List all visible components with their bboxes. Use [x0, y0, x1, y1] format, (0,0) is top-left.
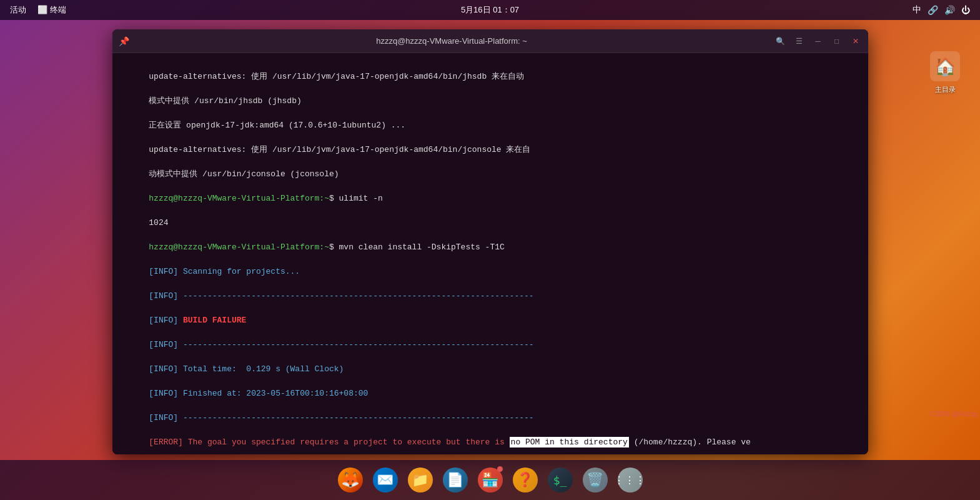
power-icon[interactable]: ⏻: [961, 5, 970, 15]
menu-button[interactable]: ☰: [793, 35, 806, 48]
activity-label[interactable]: 活动: [10, 4, 26, 16]
line-info-1: [INFO] Scanning for projects...: [149, 267, 300, 276]
terminal-titlebar: 📌 hzzzq@hzzzq-VMware-Virtual-Platform: ~…: [112, 29, 868, 53]
top-bar-left: 活动 ⬜ 终端: [10, 4, 66, 16]
line-5: 动模式中提供 /usr/bin/jconsole (jconsole): [149, 169, 339, 179]
taskbar-grid[interactable]: ⋮⋮⋮: [614, 464, 646, 496]
line-3: 正在设置 openjdk-17-jdk:amd64 (17.0.6+10-1ub…: [149, 121, 405, 130]
search-button[interactable]: 🔍: [775, 35, 787, 48]
trash-icon: 🗑️: [583, 468, 608, 492]
taskbar-help[interactable]: ❓: [509, 464, 542, 496]
line-1: update-alternatives: 使用 /usr/lib/jvm/jav…: [149, 72, 524, 81]
line-info-3: [INFO] ---------------------------------…: [149, 340, 533, 349]
terminal-window: 📌 hzzzq@hzzzq-VMware-Virtual-Platform: ~…: [112, 29, 868, 454]
taskbar-thunderbird[interactable]: ✉️: [369, 464, 402, 496]
grid-icon: ⋮⋮⋮: [618, 468, 643, 492]
build-failure-text: BUILD FAILURE: [183, 316, 246, 325]
taskbar-terminal[interactable]: $_: [544, 464, 577, 496]
taskbar: 🦊 ✉️ 📁 📄 🏪 ❓ $_ 🗑️ ⋮⋮⋮: [0, 460, 980, 500]
terminal-body[interactable]: update-alternatives: 使用 /usr/lib/jvm/jav…: [112, 53, 868, 454]
taskbar-appstore[interactable]: 🏪: [474, 464, 507, 496]
csdn-badge: CSDN @Hzzzq: [930, 410, 978, 418]
cmd-1: $ ulimit -n: [329, 194, 383, 203]
line-6: 1024: [149, 218, 168, 228]
lang-icon[interactable]: 中: [913, 4, 921, 16]
no-pom-highlight: no POM in this directory: [510, 437, 629, 448]
top-bar-right: 中 🔗 🔊 ⏻: [913, 4, 970, 16]
cmd-2: $ mvn clean install -DskipTests -T1C: [329, 242, 505, 252]
titlebar-left: 📌: [119, 36, 129, 46]
prompt-1: hzzzq@hzzzq-VMware-Virtual-Platform:~: [149, 194, 329, 203]
top-bar: 活动 ⬜ 终端 5月16日 01：07 中 🔗 🔊 ⏻: [0, 0, 980, 20]
minimize-button[interactable]: ─: [812, 35, 824, 48]
line-4: update-alternatives: 使用 /usr/lib/jvm/jav…: [149, 145, 530, 154]
taskbar-trash[interactable]: 🗑️: [579, 464, 611, 496]
writer-icon: 📄: [443, 468, 468, 492]
line-info-2: [INFO] ---------------------------------…: [149, 291, 533, 301]
appstore-notification-dot: [497, 466, 503, 472]
terminal-pin-icon: 📌: [119, 36, 129, 46]
files-icon: 📁: [408, 468, 433, 492]
firefox-icon: 🦊: [338, 468, 363, 492]
terminal-app-label[interactable]: ⬜ 终端: [37, 4, 66, 16]
volume-icon[interactable]: 🔊: [944, 5, 955, 15]
terminal-title: hzzzq@hzzzq-VMware-Virtual-Platform: ~: [129, 36, 775, 46]
line-error-1b: (/home/hzzzq). Please ve: [629, 438, 751, 447]
top-bar-datetime: 5月16日 01：07: [461, 4, 519, 16]
help-icon: ❓: [513, 468, 538, 492]
thunderbird-icon: ✉️: [373, 468, 398, 492]
line-info-6: [INFO] ---------------------------------…: [149, 413, 533, 422]
home-label: 主目录: [935, 85, 956, 94]
taskbar-firefox[interactable]: 🦊: [334, 464, 367, 496]
line-info-4: [INFO] Total time: 0.129 s (Wall Clock): [149, 364, 344, 374]
home-shortcut[interactable]: 🏠 主目录: [923, 51, 968, 94]
network-icon[interactable]: 🔗: [928, 5, 938, 15]
home-icon: 🏠: [930, 51, 960, 81]
taskbar-files[interactable]: 📁: [404, 464, 437, 496]
taskbar-writer[interactable]: 📄: [439, 464, 472, 496]
maximize-button[interactable]: □: [831, 35, 843, 48]
close-button[interactable]: ✕: [849, 35, 862, 48]
titlebar-right: 🔍 ☰ ─ □ ✕: [775, 35, 862, 48]
system-icons: 中 🔗 🔊 ⏻: [913, 4, 970, 16]
terminal-icon: $_: [548, 468, 573, 492]
line-error-1: [ERROR] The goal you specified requires …: [149, 438, 509, 447]
line-2: 模式中提供 /usr/bin/jhsdb (jhsdb): [149, 96, 301, 106]
prompt-2: hzzzq@hzzzq-VMware-Virtual-Platform:~: [149, 242, 329, 252]
line-info-5: [INFO] Finished at: 2023-05-16T00:10:16+…: [149, 389, 368, 398]
line-info-bracket-buildfail: [INFO]: [149, 316, 183, 325]
desktop: 📌 hzzzq@hzzzq-VMware-Virtual-Platform: ~…: [0, 20, 980, 460]
